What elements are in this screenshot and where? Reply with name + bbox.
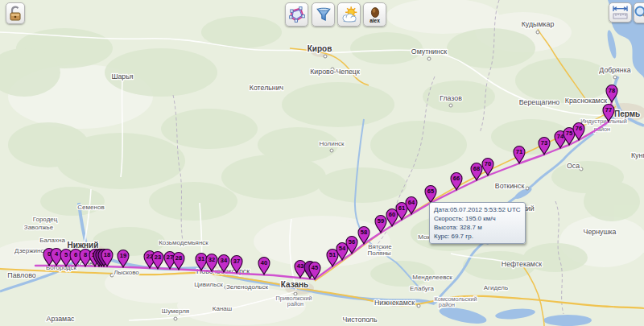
map-label: Нижний bbox=[68, 241, 99, 250]
map-label: Оса bbox=[567, 162, 580, 170]
waypoint-number: 68 bbox=[473, 165, 480, 172]
map-label: Козьмодемьянск bbox=[159, 239, 208, 246]
waypoint-number: 56 bbox=[349, 238, 355, 246]
waypoint-number: 40 bbox=[261, 259, 267, 266]
waypoint-number: 31 bbox=[198, 255, 204, 262]
map-label: Верещагино bbox=[519, 98, 560, 106]
waypoint-number: 71 bbox=[516, 148, 522, 155]
map-label: Елабуга bbox=[410, 285, 435, 292]
tooltip-altitude: Высота: 328.7 м bbox=[434, 223, 521, 232]
waypoint-number: 8 bbox=[84, 251, 87, 258]
waypoint-number: 61 bbox=[398, 204, 405, 212]
waypoint-number: 51 bbox=[329, 251, 336, 258]
filter-funnel-icon bbox=[315, 6, 332, 23]
waypoint-number: 60 bbox=[389, 211, 395, 218]
waypoint-number: 34 bbox=[221, 257, 228, 264]
waypoint-number: 75 bbox=[566, 130, 572, 137]
town-dot bbox=[449, 104, 452, 107]
waypoint-number: 37 bbox=[233, 258, 240, 265]
waypoint-number: 32 bbox=[208, 256, 215, 263]
town-dot bbox=[526, 187, 529, 190]
town-dot bbox=[580, 167, 583, 171]
waypoint-number: 28 bbox=[175, 254, 182, 262]
map-label: Индустриальный bbox=[580, 118, 627, 125]
user-button[interactable]: alex bbox=[363, 2, 386, 27]
zoom-icon bbox=[634, 5, 644, 21]
map-canvas[interactable]: КировКировКазаньКазаньПермьПермьНижнийНи… bbox=[0, 0, 644, 326]
town-dot bbox=[330, 149, 333, 152]
waypoint-number: 76 bbox=[576, 125, 582, 132]
map-label: Казань bbox=[281, 280, 309, 289]
tooltip-speed: Скорость: 195.0 км/ч bbox=[434, 214, 521, 223]
town-dot bbox=[324, 55, 327, 58]
map-label: Лысково bbox=[114, 269, 139, 276]
town-dot bbox=[174, 317, 177, 320]
map-label: Зеленодольск bbox=[226, 283, 269, 291]
town-dot bbox=[536, 31, 539, 34]
weather-icon bbox=[340, 6, 359, 23]
weather-button[interactable] bbox=[337, 2, 361, 27]
map-label: Городец bbox=[33, 216, 58, 223]
waypoint-number: 6 bbox=[74, 251, 77, 258]
unlock-icon bbox=[7, 5, 23, 23]
map-label: Цивильск bbox=[194, 281, 223, 288]
map-label: Дзержинск bbox=[14, 247, 47, 254]
tooltip-date: Дата:05.07.2012 5:53:52 UTC bbox=[434, 205, 521, 214]
map-label: Глазов bbox=[440, 94, 462, 102]
waypoint-number: 45 bbox=[312, 264, 318, 271]
map-label: Нолинск bbox=[319, 140, 345, 147]
waypoint-number: 65 bbox=[427, 188, 434, 195]
map-label: район bbox=[287, 300, 303, 307]
map-label: Арзамас bbox=[47, 315, 76, 323]
map-label: Добрянка bbox=[599, 66, 630, 74]
map-label: Кунгур bbox=[631, 151, 644, 159]
waypoint-number: 58 bbox=[361, 229, 367, 236]
map-label: Чернушка bbox=[584, 228, 617, 236]
waypoint-number: 19 bbox=[120, 252, 126, 259]
waypoint-number: 18 bbox=[104, 251, 110, 258]
waypoint-number: 27 bbox=[167, 254, 173, 261]
map-label: Менделеевск bbox=[412, 274, 452, 281]
filter-button[interactable] bbox=[312, 2, 335, 27]
map-label: Шумерля bbox=[162, 307, 189, 315]
map-label: район bbox=[439, 301, 455, 308]
map-label: Омутнинск bbox=[411, 47, 447, 56]
tooltip-course: Курс: 69.7 гр. bbox=[434, 232, 521, 241]
map-label: Нижнекамск bbox=[374, 299, 415, 307]
measure-width-icon bbox=[611, 5, 630, 21]
map-label: Воткинск bbox=[495, 182, 525, 190]
user-name-label: alex bbox=[369, 19, 380, 23]
map-label: Балахна bbox=[39, 237, 65, 244]
waypoint-number: 77 bbox=[605, 106, 612, 113]
map-label: Канаш bbox=[213, 305, 232, 312]
measure-width-button[interactable] bbox=[609, 2, 632, 23]
map-label: Заволжье bbox=[24, 224, 54, 231]
map-application: КировКировКазаньКазаньПермьПермьНижнийНи… bbox=[0, 0, 644, 326]
waypoint-number: 54 bbox=[339, 245, 346, 252]
map-label: Кирово-Чепецк bbox=[310, 68, 360, 76]
draw-polygon-icon bbox=[288, 6, 306, 23]
waypoint-tooltip: Дата:05.07.2012 5:53:52 UTC Скорость: 19… bbox=[429, 202, 526, 244]
draw-geofence-button[interactable] bbox=[285, 2, 308, 27]
zoom-tool-button[interactable] bbox=[634, 2, 644, 23]
waypoint-number: 5 bbox=[64, 251, 68, 258]
waypoint-number: 23 bbox=[155, 254, 161, 261]
map-label: Павлово bbox=[7, 271, 35, 279]
map-label: Чистополь bbox=[342, 316, 378, 324]
map-label: Котельнич bbox=[250, 84, 283, 92]
map-label: Семенов bbox=[77, 204, 104, 211]
waypoint-number: 73 bbox=[541, 139, 547, 146]
town-dot bbox=[427, 57, 431, 60]
town-dot bbox=[417, 304, 420, 307]
waypoint-number: 64 bbox=[408, 199, 415, 206]
lock-toggle-button[interactable] bbox=[6, 2, 25, 24]
waypoint-number: 70 bbox=[485, 160, 491, 167]
map-label: Кудымкар bbox=[522, 20, 555, 28]
waypoint-number: 43 bbox=[297, 262, 303, 270]
map-label: Поляны bbox=[367, 250, 390, 257]
town-dot bbox=[613, 76, 617, 79]
waypoint-number: 66 bbox=[453, 175, 460, 182]
waypoint-number: 78 bbox=[609, 87, 615, 94]
map-label: Киров bbox=[308, 44, 332, 53]
waypoint-number: 59 bbox=[378, 217, 384, 225]
